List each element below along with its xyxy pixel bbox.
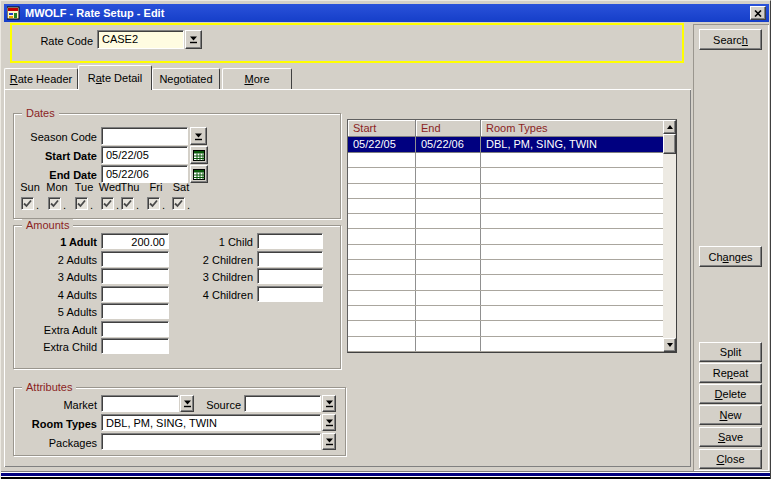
start-date-label: Start Date <box>15 149 97 163</box>
table-row-empty[interactable] <box>348 214 664 229</box>
table-row-empty[interactable] <box>348 245 664 260</box>
amount-3-children-label: 3 Children <box>171 270 253 284</box>
season-code-label: Season Code <box>15 130 97 144</box>
table-row-empty[interactable] <box>348 184 664 199</box>
scrollbar-thumb[interactable] <box>663 134 676 154</box>
column-header-start: Start <box>348 120 416 137</box>
table-row-empty[interactable] <box>348 199 664 214</box>
check-icon <box>23 199 32 208</box>
packages-label: Packages <box>15 436 97 450</box>
weekday-mon-checkbox[interactable] <box>48 197 61 210</box>
amount-5-adults-input[interactable] <box>101 303 169 319</box>
close-window-button[interactable]: Close <box>699 449 762 469</box>
close-button[interactable] <box>750 6 766 20</box>
amount-1-adult-label: 1 Adult <box>15 235 97 249</box>
amount-1-adult-input[interactable]: 200.00 <box>101 233 169 249</box>
tab-rate-detail[interactable]: Rate Detail <box>78 65 152 90</box>
rate-code-label: Rate Code <box>31 34 93 48</box>
weekday-sun-checkbox[interactable] <box>21 197 34 210</box>
start-date-input[interactable]: 05/22/05 <box>101 146 188 164</box>
column-header-room-types: Room Types <box>481 120 664 137</box>
rate-periods-table: Start End Room Types 05/22/05 05/22/06 D… <box>347 119 677 353</box>
title-bar[interactable]: MWOLF - Rate Setup - Edit <box>4 4 769 22</box>
season-code-lov-button[interactable] <box>190 127 207 145</box>
amount-2-adults-input[interactable] <box>101 251 169 267</box>
grid-empty-rows <box>348 153 676 352</box>
season-code-input[interactable] <box>101 127 188 145</box>
amount-2-adults-label: 2 Adults <box>15 253 97 267</box>
amount-3-adults-input[interactable] <box>101 268 169 284</box>
lov-down-arrow-icon <box>194 132 203 141</box>
table-row-empty[interactable] <box>348 291 664 306</box>
amount-3-children-input[interactable] <box>257 268 323 284</box>
source-label: Source <box>191 398 241 412</box>
arrow-down-icon <box>667 343 673 347</box>
grid-scrollbar[interactable] <box>663 120 676 352</box>
weekday-wed-checkbox[interactable] <box>101 197 114 210</box>
weekday-mon: Mon . <box>42 181 72 210</box>
room-types-lov-button[interactable] <box>322 414 336 431</box>
tab-negotiated[interactable]: Negotiated <box>152 68 220 89</box>
dates-group-label: Dates <box>22 107 59 120</box>
table-row-empty[interactable] <box>348 306 664 321</box>
window-title: MWOLF - Rate Setup - Edit <box>25 7 164 19</box>
source-input[interactable] <box>244 395 321 412</box>
tab-more[interactable]: More <box>222 68 292 89</box>
calendar-icon <box>193 150 205 161</box>
scroll-up-button[interactable] <box>663 120 676 134</box>
check-icon <box>50 199 59 208</box>
table-row-empty[interactable] <box>348 153 664 168</box>
amount-extra-child-input[interactable] <box>101 338 169 354</box>
weekday-fri-checkbox[interactable] <box>147 197 160 210</box>
table-row-empty[interactable] <box>348 260 664 275</box>
repeat-button[interactable]: Repeat <box>699 363 762 383</box>
scroll-down-button[interactable] <box>663 338 676 352</box>
amount-2-children-input[interactable] <box>257 251 323 267</box>
check-icon <box>103 199 112 208</box>
room-types-label: Room Types <box>15 417 97 431</box>
amount-5-adults-label: 5 Adults <box>15 305 97 319</box>
lov-down-arrow-icon <box>325 399 334 408</box>
delete-button[interactable]: Delete <box>699 384 762 404</box>
rate-code-lov-button[interactable] <box>185 30 202 49</box>
close-icon <box>754 10 762 17</box>
calendar-icon <box>193 169 205 180</box>
changes-button[interactable]: Changes <box>699 246 762 267</box>
rate-setup-window: MWOLF - Rate Setup - Edit Rate Code CASE… <box>0 0 771 479</box>
packages-input[interactable] <box>101 433 321 450</box>
weekday-thu-checkbox[interactable] <box>121 197 134 210</box>
source-lov-button[interactable] <box>322 395 336 412</box>
lov-down-arrow-icon <box>325 418 334 427</box>
table-row-empty[interactable] <box>348 337 664 352</box>
table-row-empty[interactable] <box>348 168 664 183</box>
market-label: Market <box>15 398 97 412</box>
market-input[interactable] <box>101 395 179 412</box>
table-row-empty[interactable] <box>348 229 664 244</box>
weekday-tue-checkbox[interactable] <box>75 197 88 210</box>
amount-4-adults-input[interactable] <box>101 286 169 302</box>
weekday-sun: Sun . <box>15 181 45 210</box>
table-row-empty[interactable] <box>348 275 664 290</box>
packages-lov-button[interactable] <box>322 433 336 450</box>
check-icon <box>174 199 183 208</box>
check-icon <box>123 199 132 208</box>
amount-1-child-input[interactable] <box>257 233 323 249</box>
new-button[interactable]: New <box>699 405 762 425</box>
amount-4-children-input[interactable] <box>257 286 323 302</box>
rate-code-input[interactable]: CASE2 <box>97 30 184 49</box>
save-button[interactable]: Save <box>699 427 762 447</box>
check-icon <box>149 199 158 208</box>
search-button[interactable]: Search <box>699 29 762 50</box>
split-button[interactable]: Split <box>699 342 762 362</box>
table-row-empty[interactable] <box>348 321 664 336</box>
start-date-calendar-button[interactable] <box>190 146 208 164</box>
tab-rate-header[interactable]: Rate Header <box>4 68 78 89</box>
amount-extra-adult-input[interactable] <box>101 321 169 337</box>
end-date-label: End Date <box>15 168 97 182</box>
amount-4-children-label: 4 Children <box>171 288 253 302</box>
table-row-selected[interactable]: 05/22/05 05/22/06 DBL, PM, SING, TWIN <box>348 137 664 153</box>
weekday-sat-checkbox[interactable] <box>172 197 185 210</box>
room-types-input[interactable]: DBL, PM, SING, TWIN <box>101 414 321 431</box>
lov-down-arrow-icon <box>325 437 334 446</box>
amount-extra-adult-label: Extra Adult <box>15 323 97 337</box>
